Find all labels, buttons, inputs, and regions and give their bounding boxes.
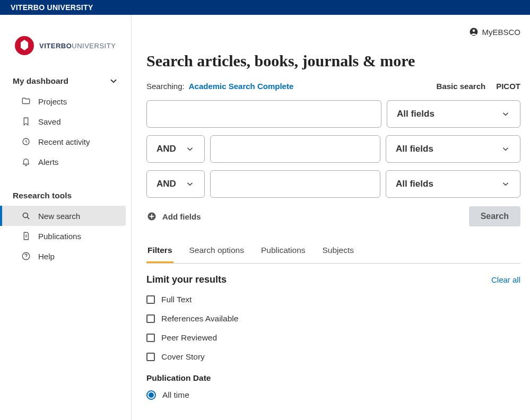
- search-term-input-1[interactable]: [210, 135, 380, 163]
- search-row-2: AND All fields: [146, 170, 520, 198]
- sidebar-item-label: Publications: [38, 232, 81, 241]
- field-select-2[interactable]: All fields: [386, 170, 520, 198]
- brand-banner-text: VITERBO UNIVERSITY: [11, 3, 93, 12]
- sidebar-item-label: Help: [38, 252, 55, 261]
- radio-all-time[interactable]: All time: [146, 390, 520, 400]
- sidebar-item-label: Projects: [38, 97, 67, 106]
- limit-checkboxes: Full Text References Available Peer Revi…: [146, 295, 520, 362]
- chevron-down-icon: [185, 144, 195, 154]
- add-fields-label: Add fields: [162, 212, 201, 221]
- limits-panel: Limit your results Clear all Full Text R…: [146, 274, 520, 400]
- brand-banner: VITERBO UNIVERSITY: [0, 0, 530, 15]
- radio-icon: [146, 390, 156, 400]
- logo-light: UNIVERSITY: [72, 42, 116, 50]
- search-row-1: AND All fields: [146, 135, 520, 163]
- logo-crest-icon: [15, 36, 34, 55]
- checkbox-peer-reviewed[interactable]: Peer Reviewed: [146, 333, 520, 343]
- chevron-down-icon: [501, 109, 510, 119]
- checkbox-icon: [146, 314, 155, 323]
- sidebar: VITERBOUNIVERSITY My dashboard Projects …: [0, 15, 132, 420]
- picot-link[interactable]: PICOT: [496, 82, 520, 91]
- chevron-down-icon: [501, 179, 510, 189]
- logo-text: VITERBOUNIVERSITY: [39, 42, 116, 50]
- clear-all-link[interactable]: Clear all: [491, 275, 520, 284]
- operator-label: AND: [157, 179, 176, 189]
- checkbox-cover-story[interactable]: Cover Story: [146, 352, 520, 362]
- sidebar-item-label: New search: [38, 212, 80, 221]
- sidebar-item-label: Recent activity: [38, 137, 90, 146]
- bell-icon: [21, 157, 31, 167]
- dashboard-label: My dashboard: [13, 76, 68, 86]
- checkbox-label: Peer Reviewed: [161, 333, 217, 343]
- checkbox-full-text[interactable]: Full Text: [146, 295, 520, 304]
- pubdate-heading: Publication Date: [146, 373, 520, 383]
- sidebar-item-help[interactable]: Help: [0, 246, 131, 266]
- logo-strong: VITERBO: [39, 42, 72, 50]
- sidebar-item-publications[interactable]: Publications: [0, 226, 131, 246]
- logo[interactable]: VITERBOUNIVERSITY: [0, 36, 131, 71]
- checkbox-label: Cover Story: [161, 352, 205, 362]
- database-link[interactable]: Academic Search Complete: [189, 82, 294, 91]
- chevron-down-icon: [501, 144, 510, 154]
- filter-tabs: Filters Search options Publications Subj…: [146, 240, 520, 264]
- page-title: Search articles, books, journals & more: [146, 52, 520, 70]
- plus-circle-icon: [146, 211, 157, 222]
- field-select-label: All fields: [396, 144, 433, 154]
- add-fields-button[interactable]: Add fields: [146, 211, 201, 222]
- basic-search-link[interactable]: Basic search: [437, 82, 486, 91]
- bookmark-icon: [21, 117, 31, 126]
- history-icon: [21, 137, 31, 146]
- user-icon: [469, 27, 479, 37]
- search-button[interactable]: Search: [469, 206, 520, 226]
- sidebar-section-tools: Research tools: [0, 186, 131, 206]
- checkbox-label: References Available: [161, 314, 238, 323]
- field-select-label: All fields: [396, 179, 433, 189]
- doc-icon: [21, 231, 31, 241]
- checkbox-icon: [146, 353, 155, 361]
- sidebar-item-saved[interactable]: Saved: [0, 111, 131, 132]
- checkbox-label: Full Text: [161, 295, 192, 304]
- checkbox-icon: [146, 334, 155, 342]
- tab-subjects[interactable]: Subjects: [322, 240, 355, 263]
- svg-point-8: [473, 30, 475, 32]
- field-select-label: All fields: [397, 109, 435, 119]
- sidebar-item-recent[interactable]: Recent activity: [0, 132, 131, 152]
- chevron-down-icon: [185, 179, 195, 189]
- searching-label: Searching:: [146, 82, 185, 91]
- sidebar-section-dashboard[interactable]: My dashboard: [0, 71, 131, 91]
- tab-search-options[interactable]: Search options: [188, 240, 245, 263]
- checkbox-icon: [146, 295, 155, 304]
- field-select-0[interactable]: All fields: [387, 100, 520, 128]
- svg-point-1: [23, 213, 28, 217]
- main: MyEBSCO Search articles, books, journals…: [132, 15, 530, 420]
- help-icon: [21, 251, 31, 261]
- checkbox-references[interactable]: References Available: [146, 314, 520, 323]
- tab-publications[interactable]: Publications: [260, 240, 307, 263]
- svg-line-2: [27, 217, 29, 219]
- operator-select-2[interactable]: AND: [146, 170, 205, 198]
- utility-bar: MyEBSCO: [146, 15, 520, 49]
- limits-heading: Limit your results: [146, 274, 227, 285]
- search-term-input-0[interactable]: [146, 100, 381, 128]
- svg-point-6: [25, 258, 26, 258]
- tab-filters[interactable]: Filters: [146, 240, 173, 263]
- field-select-1[interactable]: All fields: [386, 135, 520, 163]
- sidebar-item-label: Saved: [38, 117, 61, 126]
- layout: VITERBOUNIVERSITY My dashboard Projects …: [0, 15, 530, 420]
- operator-label: AND: [157, 144, 176, 154]
- operator-select-1[interactable]: AND: [146, 135, 205, 163]
- search-rows: All fields AND All fields AND: [146, 100, 520, 198]
- sidebar-item-new-search[interactable]: New search: [0, 206, 126, 226]
- search-row-0: All fields: [146, 100, 520, 128]
- sidebar-item-alerts[interactable]: Alerts: [0, 152, 131, 172]
- radio-label: All time: [162, 390, 189, 400]
- sidebar-item-label: Alerts: [38, 158, 58, 167]
- folder-icon: [21, 97, 31, 106]
- search-term-input-2[interactable]: [210, 170, 380, 198]
- search-icon: [21, 211, 31, 221]
- chevron-down-icon: [109, 76, 118, 86]
- myebsco-link[interactable]: MyEBSCO: [482, 28, 520, 37]
- tools-label: Research tools: [13, 191, 72, 200]
- sidebar-item-projects[interactable]: Projects: [0, 91, 131, 111]
- searching-row: Searching: Academic Search Complete Basi…: [146, 82, 520, 91]
